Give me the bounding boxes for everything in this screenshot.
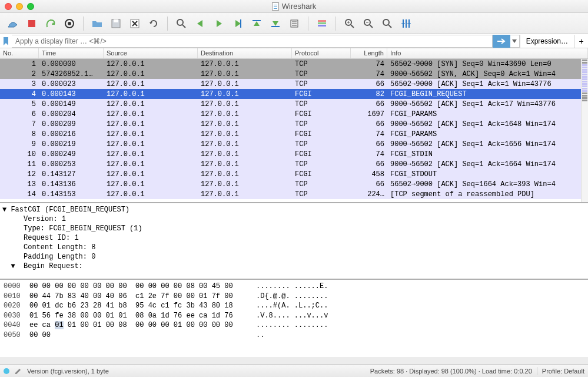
window-title: Wireshark xyxy=(282,2,317,11)
toolbar xyxy=(0,13,588,34)
svg-rect-4 xyxy=(114,19,118,22)
packet-row[interactable]: 70.000209127.0.0.1127.0.0.1TCP669000→565… xyxy=(0,119,588,129)
open-file-icon[interactable] xyxy=(89,15,105,32)
hex-row[interactable]: 000000 00 00 00 00 00 00 00 00 00 00 00 … xyxy=(4,282,584,292)
last-packet-icon[interactable] xyxy=(267,15,284,32)
expert-info-icon[interactable] xyxy=(4,368,9,374)
detail-line[interactable]: Version: 1 xyxy=(2,214,586,224)
packet-row[interactable]: 130.143136127.0.0.1127.0.0.1TCP6656502→9… xyxy=(0,179,588,189)
hex-row[interactable]: 001000 44 7b 83 40 00 40 06 c1 2e 7f 00 … xyxy=(4,292,584,302)
packet-row[interactable]: 2574326852.1…127.0.0.1127.0.0.1TCP749000… xyxy=(0,69,588,79)
packet-bytes-pane[interactable]: 000000 00 00 00 00 00 00 00 00 00 00 00 … xyxy=(0,280,588,357)
packet-row[interactable]: 90.000219127.0.0.1127.0.0.1TCP669000→565… xyxy=(0,139,588,149)
add-filter-button[interactable]: + xyxy=(574,35,588,48)
packet-details-pane[interactable]: ▼ FastCGI (FCGI_BEGIN_REQUEST) Version: … xyxy=(0,203,588,280)
filter-history-dropdown[interactable] xyxy=(510,35,520,48)
find-icon[interactable] xyxy=(173,15,190,32)
minimize-window-button[interactable] xyxy=(16,3,23,10)
status-packets: Packets: 98 · Displayed: 98 (100.0%) · L… xyxy=(370,368,532,375)
hex-row[interactable]: 005000 00.. xyxy=(4,330,584,340)
hex-row[interactable]: 0040ee ca 01 01 00 01 00 08 00 00 00 01 … xyxy=(4,320,584,330)
status-profile[interactable]: Profile: Default xyxy=(542,368,584,375)
packet-list-header[interactable]: No. Time Source Destination Protocol Len… xyxy=(0,48,588,59)
status-bar: Version (fcgi.version), 1 byte Packets: … xyxy=(0,364,588,377)
col-destination[interactable]: Destination xyxy=(198,48,292,58)
packet-row[interactable]: 140.143153127.0.0.1127.0.0.1TCP224…[TCP … xyxy=(0,189,588,199)
svg-rect-0 xyxy=(28,20,35,27)
close-window-button[interactable] xyxy=(5,3,12,10)
next-packet-icon[interactable] xyxy=(211,15,227,32)
bookmark-icon[interactable] xyxy=(0,35,12,48)
packet-row[interactable]: 80.000216127.0.0.1127.0.0.1FCGI74FCGI_PA… xyxy=(0,129,588,139)
auto-scroll-icon[interactable] xyxy=(286,15,303,32)
svg-point-25 xyxy=(383,19,389,25)
col-source[interactable]: Source xyxy=(104,48,198,58)
resize-columns-icon[interactable] xyxy=(398,15,414,32)
colorize-icon[interactable] xyxy=(314,15,330,32)
packet-row[interactable]: 60.000204127.0.0.1127.0.0.1FCGI1697FCGI_… xyxy=(0,109,588,119)
detail-line[interactable]: Padding Length: 0 xyxy=(2,252,586,262)
svg-rect-16 xyxy=(318,22,326,24)
col-info[interactable]: Info xyxy=(387,48,588,58)
expression-button[interactable]: Expression… xyxy=(520,35,574,48)
col-protocol[interactable]: Protocol xyxy=(292,48,351,58)
packet-row[interactable]: 110.000253127.0.0.1127.0.0.1TCP669000→56… xyxy=(0,159,588,169)
detail-line[interactable]: ▼ FastCGI (FCGI_BEGIN_REQUEST) xyxy=(2,205,586,214)
restart-capture-icon[interactable] xyxy=(42,15,59,32)
save-file-icon[interactable] xyxy=(108,15,124,32)
prev-packet-icon[interactable] xyxy=(192,15,208,32)
capture-options-icon[interactable] xyxy=(61,15,78,32)
zoom-window-button[interactable] xyxy=(27,3,34,10)
svg-rect-15 xyxy=(318,20,326,22)
detail-line[interactable]: Type: FCGI_BEGIN_REQUEST (1) xyxy=(2,224,586,233)
status-field-info: Version (fcgi.version), 1 byte xyxy=(27,368,109,375)
edit-icon[interactable] xyxy=(14,367,22,375)
col-time[interactable]: Time xyxy=(39,48,104,58)
svg-line-26 xyxy=(388,25,391,28)
titlebar: Wireshark xyxy=(0,0,588,13)
zoom-in-icon[interactable] xyxy=(341,15,358,32)
hex-row[interactable]: 003001 56 fe 38 00 00 01 01 08 0a 1d 76 … xyxy=(4,311,584,321)
svg-point-2 xyxy=(68,22,71,25)
svg-rect-17 xyxy=(318,25,326,27)
col-no[interactable]: No. xyxy=(0,48,39,58)
apply-filter-button[interactable] xyxy=(493,35,510,48)
packet-row[interactable]: 100.000249127.0.0.1127.0.0.1FCGI74FCGI_S… xyxy=(0,149,588,159)
first-packet-icon[interactable] xyxy=(248,15,265,32)
packet-row[interactable]: 40.000143127.0.0.1127.0.0.1FCGI82FCGI_BE… xyxy=(0,89,588,99)
packet-row[interactable]: 120.143127127.0.0.1127.0.0.1FCGI458FCGI_… xyxy=(0,169,588,179)
zoom-reset-icon[interactable] xyxy=(379,15,396,32)
packet-row[interactable]: 50.000149127.0.0.1127.0.0.1TCP669000→565… xyxy=(0,99,588,109)
stop-capture-icon[interactable] xyxy=(24,15,40,32)
svg-point-6 xyxy=(177,19,183,25)
zoom-out-icon[interactable] xyxy=(360,15,377,32)
display-filter-input[interactable] xyxy=(12,35,493,48)
filter-bar: Expression… + xyxy=(0,34,588,48)
svg-line-7 xyxy=(182,25,185,28)
packet-row[interactable]: 30.000023127.0.0.1127.0.0.1TCP6656502→90… xyxy=(0,79,588,89)
hex-row[interactable]: 002000 01 dc b6 23 28 41 b8 95 4c c1 fc … xyxy=(4,301,584,311)
packet-row[interactable]: 10.000000127.0.0.1127.0.0.1TCP7456502→90… xyxy=(0,59,588,69)
close-file-icon[interactable] xyxy=(127,15,143,32)
goto-packet-icon[interactable] xyxy=(230,15,246,32)
detail-line[interactable]: Content Length: 8 xyxy=(2,243,586,252)
detail-line[interactable]: Request ID: 1 xyxy=(2,233,586,243)
reload-file-icon[interactable] xyxy=(145,15,162,32)
packet-list-pane: No. Time Source Destination Protocol Len… xyxy=(0,48,588,203)
shark-fin-icon[interactable] xyxy=(5,15,21,32)
document-icon xyxy=(272,2,279,11)
svg-line-23 xyxy=(370,25,373,28)
col-length[interactable]: Length xyxy=(351,48,387,58)
packet-list-scrollbar[interactable] xyxy=(581,59,588,202)
detail-line[interactable]: ▼ Begin Request: xyxy=(2,262,586,271)
svg-line-19 xyxy=(351,25,354,28)
